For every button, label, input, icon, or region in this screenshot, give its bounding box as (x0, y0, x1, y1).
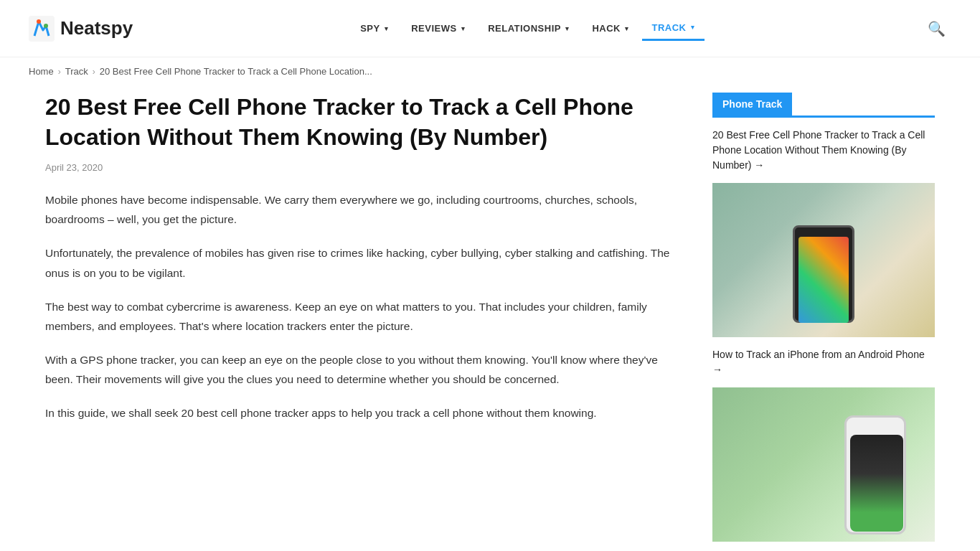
sidebar-image-phone (712, 387, 935, 542)
breadcrumb-separator-1: › (58, 67, 61, 77)
article-date: April 23, 2020 (45, 162, 684, 173)
breadcrumb-current: 20 Best Free Cell Phone Tracker to Track… (100, 66, 372, 77)
main-nav: SPY ▾ REVIEWS ▾ RELATIONSHIP ▾ HACK ▾ TR… (350, 17, 705, 41)
nav-item-spy[interactable]: SPY ▾ (350, 17, 398, 39)
chevron-down-icon: ▾ (385, 25, 389, 32)
sidebar-link-1[interactable]: 20 Best Free Cell Phone Tracker to Track… (712, 128, 935, 173)
nav-item-relationship[interactable]: RELATIONSHIP ▾ (478, 17, 579, 39)
chevron-down-icon: ▾ (625, 25, 629, 32)
breadcrumb: Home › Track › 20 Best Free Cell Phone T… (0, 57, 980, 85)
chevron-down-icon: ▾ (565, 25, 570, 32)
content-area: 20 Best Free Cell Phone Tracker to Track… (45, 93, 684, 551)
search-icon: 🔍 (928, 21, 946, 37)
article-paragraph-4: With a GPS phone tracker, you can keep a… (45, 350, 684, 389)
sidebar-section-phone-track: Phone Track 20 Best Free Cell Phone Trac… (712, 93, 935, 542)
chevron-down-icon: ▾ (691, 24, 695, 31)
article-paragraph-5: In this guide, we shall seek 20 best cel… (45, 403, 684, 423)
article-body: Mobile phones have become indispensable.… (45, 190, 684, 423)
breadcrumb-home[interactable]: Home (29, 66, 54, 77)
main-layout: 20 Best Free Cell Phone Tracker to Track… (17, 85, 963, 551)
breadcrumb-separator-2: › (93, 67, 95, 77)
sidebar-heading-wrapper: Phone Track (712, 93, 935, 118)
logo-icon (29, 16, 55, 42)
nav-item-reviews[interactable]: REVIEWS ▾ (401, 17, 475, 39)
svg-point-1 (37, 19, 41, 24)
article-paragraph-3: The best way to combat cybercrime is awa… (45, 297, 684, 336)
chevron-down-icon: ▾ (461, 25, 466, 32)
sidebar: Phone Track 20 Best Free Cell Phone Trac… (712, 93, 935, 551)
search-button[interactable]: 🔍 (922, 14, 951, 43)
sidebar-link-2[interactable]: How to Track an iPhone from an Android P… (712, 347, 935, 377)
site-header: Neatspy SPY ▾ REVIEWS ▾ RELATIONSHIP ▾ H… (0, 0, 980, 57)
article-paragraph-1: Mobile phones have become indispensable.… (45, 190, 684, 229)
logo-text: Neatspy (60, 17, 133, 39)
svg-point-2 (44, 24, 48, 28)
article-paragraph-2: Unfortunately, the prevalence of mobiles… (45, 243, 684, 282)
nav-item-track[interactable]: TRACK ▾ (642, 17, 705, 41)
article-title: 20 Best Free Cell Phone Tracker to Track… (45, 93, 684, 152)
breadcrumb-track[interactable]: Track (65, 66, 88, 77)
nav-item-hack[interactable]: HACK ▾ (582, 17, 639, 39)
sidebar-section-label: Phone Track (712, 93, 792, 116)
sidebar-image-gps (712, 183, 935, 337)
logo[interactable]: Neatspy (29, 16, 133, 42)
